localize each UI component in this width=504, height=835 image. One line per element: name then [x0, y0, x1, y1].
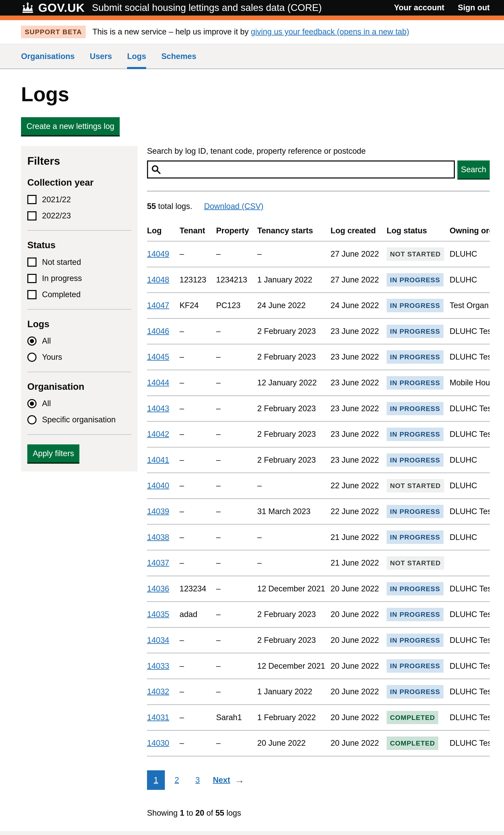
log-id-cell: 14040 [147, 473, 180, 499]
filters-panel: Filters Collection year2021/222022/23Sta… [21, 146, 138, 471]
log-link[interactable]: 14042 [147, 430, 169, 439]
log-link[interactable]: 14037 [147, 558, 169, 567]
checkbox-collection-year-2021-22[interactable] [27, 195, 37, 204]
tenant-cell: – [180, 550, 216, 576]
log-status-cell: NOT STARTED [387, 550, 450, 576]
table-row: 14032––1 January 202220 June 2022IN PROG… [147, 679, 490, 705]
create-lettings-log-button[interactable]: Create a new lettings log [21, 117, 120, 135]
log-id-cell: 14041 [147, 447, 180, 473]
property-cell: 1234213 [216, 267, 257, 293]
page-2[interactable]: 2 [168, 770, 186, 790]
service-name[interactable]: Submit social housing lettings and sales… [92, 1, 322, 14]
tab-logs[interactable]: Logs [127, 51, 146, 69]
phase-banner: SUPPORT BETA This is a new service – hel… [0, 20, 504, 44]
log-link[interactable]: 14049 [147, 249, 169, 258]
log-id-cell: 14037 [147, 550, 180, 576]
property-cell: – [216, 550, 257, 576]
log-link[interactable]: 14045 [147, 352, 169, 361]
table-header-row: LogTenantPropertyTenancy startsLog creat… [147, 222, 490, 241]
next-page-link[interactable]: Next [213, 775, 230, 785]
status-tag: IN PROGRESS [387, 299, 444, 312]
checkbox-status-in-progress[interactable] [27, 274, 37, 283]
status-tag: IN PROGRESS [387, 350, 444, 364]
owning-organisation-cell: DLUHC [450, 524, 490, 550]
log-link[interactable]: 14032 [147, 687, 169, 696]
log-link[interactable]: 14048 [147, 275, 169, 284]
log-link[interactable]: 14044 [147, 378, 169, 387]
log-link[interactable]: 14034 [147, 636, 169, 645]
log-status-cell: COMPLETED [387, 730, 450, 756]
log-link[interactable]: 14033 [147, 661, 169, 670]
tenancy-starts-cell: 31 March 2023 [257, 498, 330, 524]
owning-organisation-cell: DLUHC Tes [450, 576, 490, 602]
property-cell: – [216, 344, 257, 370]
tenancy-starts-cell: 2 February 2023 [257, 422, 330, 447]
filter-option: 2022/23 [27, 211, 131, 221]
download-csv-link[interactable]: Download (CSV) [204, 202, 264, 211]
checkbox-collection-year-2022-23[interactable] [27, 211, 37, 221]
search-button[interactable]: Search [457, 160, 490, 179]
search-label: Search by log ID, tenant code, property … [147, 146, 490, 156]
log-created-cell: 23 June 2022 [330, 344, 387, 370]
log-link[interactable]: 14047 [147, 301, 169, 310]
log-link[interactable]: 14035 [147, 610, 169, 619]
status-tag: IN PROGRESS [387, 453, 444, 467]
log-status-cell: IN PROGRESS [387, 679, 450, 705]
status-tag: NOT STARTED [387, 556, 444, 570]
log-link[interactable]: 14031 [147, 713, 169, 722]
search-input[interactable] [147, 160, 455, 179]
table-row: 14036123234–12 December 202120 June 2022… [147, 576, 490, 602]
tab-schemes[interactable]: Schemes [161, 51, 196, 69]
filter-group-label-collection-year: Collection year [27, 177, 131, 188]
log-link[interactable]: 14041 [147, 455, 169, 464]
your-account-link[interactable]: Your account [394, 2, 444, 13]
checkbox-status-completed[interactable] [27, 290, 37, 299]
column-header-property: Property [216, 222, 257, 241]
checkbox-status-not-started[interactable] [27, 258, 37, 267]
log-link[interactable]: 14046 [147, 327, 169, 335]
option-label: Specific organisation [42, 414, 116, 425]
column-header-owning-organisation: Owning organisation [450, 222, 490, 241]
radio-organisation-specific-organisation[interactable] [27, 415, 37, 424]
owning-organisation-cell: DLUHC Tes [450, 730, 490, 756]
govuk-header: GOV.UK Submit social housing lettings an… [0, 0, 504, 20]
tenant-cell: – [180, 653, 216, 679]
crown-icon [21, 2, 35, 13]
radio-organisation-all[interactable] [27, 399, 37, 408]
log-link[interactable]: 14036 [147, 584, 169, 593]
log-link[interactable]: 14030 [147, 739, 169, 748]
tenant-cell: – [180, 370, 216, 396]
log-link[interactable]: 14040 [147, 481, 169, 490]
log-link[interactable]: 14043 [147, 404, 169, 413]
table-row: 14035adad–2 February 202320 June 2022IN … [147, 602, 490, 628]
log-status-cell: NOT STARTED [387, 241, 450, 267]
log-created-cell: 23 June 2022 [330, 370, 387, 396]
property-cell: – [216, 576, 257, 602]
results-section: Search by log ID, tenant code, property … [147, 146, 490, 818]
log-id-cell: 14036 [147, 576, 180, 602]
log-link[interactable]: 14038 [147, 533, 169, 542]
tab-organisations[interactable]: Organisations [21, 51, 75, 69]
feedback-link[interactable]: giving us your feedback (opens in a new … [251, 27, 409, 36]
status-tag: IN PROGRESS [387, 634, 444, 647]
footer: Get help with this service Online helpde… [0, 831, 504, 835]
page-3[interactable]: 3 [188, 770, 206, 790]
tab-users[interactable]: Users [90, 51, 112, 69]
log-link[interactable]: 14039 [147, 507, 169, 516]
filter-option: In progress [27, 273, 131, 284]
radio-logs-yours[interactable] [27, 353, 37, 362]
log-id-cell: 14033 [147, 653, 180, 679]
apply-filters-button[interactable]: Apply filters [27, 444, 79, 462]
log-id-cell: 14042 [147, 422, 180, 447]
radio-logs-all[interactable] [27, 337, 37, 346]
sign-out-link[interactable]: Sign out [458, 2, 490, 13]
tenancy-starts-cell: 1 February 2022 [257, 705, 330, 730]
govuk-logotype[interactable]: GOV.UK [38, 0, 85, 16]
tenancy-starts-cell: 1 January 2022 [257, 679, 330, 705]
option-label: Not started [42, 257, 81, 267]
tenancy-starts-cell: 2 February 2023 [257, 318, 330, 344]
table-row: 14046––2 February 202323 June 2022IN PRO… [147, 318, 490, 344]
header-account-nav: Your account Sign out [394, 2, 490, 13]
option-label: All [42, 336, 51, 346]
page-1[interactable]: 1 [147, 770, 165, 790]
